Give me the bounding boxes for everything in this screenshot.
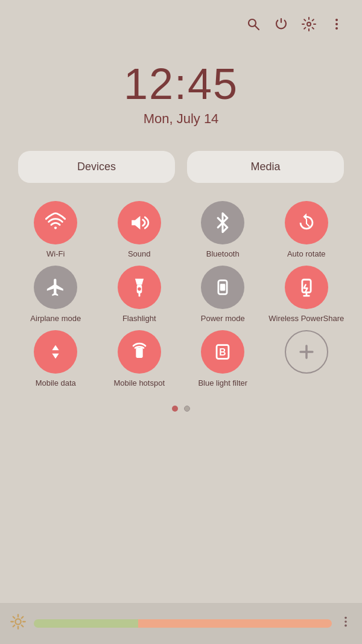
- sound-label: Sound: [128, 249, 151, 260]
- device-media-row: Devices Media: [18, 151, 344, 183]
- svg-point-20: [15, 619, 21, 624]
- airplanemode-label: Airplane mode: [30, 314, 81, 324]
- svg-line-28: [22, 617, 24, 619]
- autorotate-label: Auto rotate: [287, 249, 326, 260]
- bluetooth-label: Bluetooth: [206, 249, 240, 260]
- add-tile[interactable]: [268, 330, 346, 389]
- pagination: [0, 406, 362, 412]
- mobilehotspot-tile[interactable]: Mobile hotspot: [101, 330, 179, 389]
- svg-line-26: [22, 625, 24, 627]
- powermode-circle: [201, 266, 244, 309]
- wifi-circle: [34, 201, 77, 244]
- sound-tile[interactable]: Sound: [101, 201, 179, 260]
- clock-section: 12:45 Mon, July 14: [0, 59, 362, 127]
- powermode-label: Power mode: [201, 314, 245, 324]
- media-button[interactable]: Media: [187, 151, 344, 183]
- svg-point-31: [345, 625, 347, 627]
- brightness-bar: [0, 603, 362, 644]
- svg-point-5: [335, 27, 338, 30]
- brightness-more-icon[interactable]: [339, 615, 352, 632]
- wifi-tile[interactable]: Wi-Fi: [17, 201, 95, 260]
- wifi-label: Wi-Fi: [46, 249, 65, 260]
- bluelightfilter-tile[interactable]: B Blue light filter: [184, 330, 262, 389]
- wirelesspowershare-circle: [285, 266, 328, 309]
- more-icon[interactable]: [329, 17, 344, 35]
- pagination-dot-1[interactable]: [172, 406, 178, 412]
- settings-icon[interactable]: [302, 17, 316, 35]
- mobiledata-label: Mobile data: [36, 378, 76, 389]
- flashlight-tile[interactable]: Flashlight: [101, 266, 179, 324]
- flashlight-circle: [118, 266, 161, 309]
- top-bar: [0, 0, 362, 41]
- svg-line-27: [13, 625, 15, 627]
- svg-point-29: [345, 617, 347, 619]
- mobilehotspot-circle: [118, 330, 161, 374]
- svg-point-2: [307, 22, 311, 26]
- airplanemode-circle: [34, 266, 77, 309]
- clock-date: Mon, July 14: [0, 111, 362, 127]
- wirelesspowershare-tile[interactable]: Wireless PowerShare: [268, 266, 346, 324]
- svg-point-30: [345, 620, 347, 623]
- svg-line-25: [13, 617, 15, 619]
- power-icon[interactable]: [274, 17, 288, 35]
- pagination-dot-2[interactable]: [184, 406, 190, 412]
- svg-point-9: [138, 287, 141, 291]
- airplanemode-tile[interactable]: Airplane mode: [17, 266, 95, 324]
- wirelesspowershare-label: Wireless PowerShare: [268, 314, 344, 324]
- mobiledata-tile[interactable]: Mobile data: [17, 330, 95, 389]
- svg-point-6: [54, 226, 57, 229]
- devices-button[interactable]: Devices: [18, 151, 175, 183]
- brightness-sun-icon: [10, 613, 27, 634]
- powermode-tile[interactable]: Power mode: [184, 266, 262, 324]
- mobilehotspot-label: Mobile hotspot: [113, 378, 165, 389]
- svg-point-3: [335, 19, 338, 21]
- svg-rect-15: [136, 348, 142, 358]
- flashlight-label: Flashlight: [122, 314, 156, 324]
- svg-marker-7: [132, 216, 140, 230]
- svg-point-4: [335, 23, 338, 25]
- mobiledata-circle: [34, 330, 77, 374]
- bluetooth-tile[interactable]: Bluetooth: [184, 201, 262, 260]
- bluelightfilter-label: Blue light filter: [198, 378, 247, 389]
- svg-rect-12: [220, 284, 226, 290]
- autorotate-circle: [285, 201, 328, 244]
- add-circle: [285, 330, 328, 374]
- autorotate-tile[interactable]: Auto rotate: [268, 201, 346, 260]
- clock-time: 12:45: [0, 59, 362, 109]
- quick-settings-grid: Wi-Fi Sound Bluetooth Auto rotate Airpla…: [0, 201, 362, 389]
- brightness-track[interactable]: [34, 619, 332, 628]
- bluetooth-circle: [201, 201, 244, 244]
- svg-text:B: B: [220, 346, 226, 357]
- svg-line-1: [255, 26, 259, 30]
- svg-point-0: [249, 19, 256, 27]
- bluelightfilter-circle: B: [201, 330, 244, 374]
- sound-circle: [118, 201, 161, 244]
- search-icon[interactable]: [246, 17, 261, 35]
